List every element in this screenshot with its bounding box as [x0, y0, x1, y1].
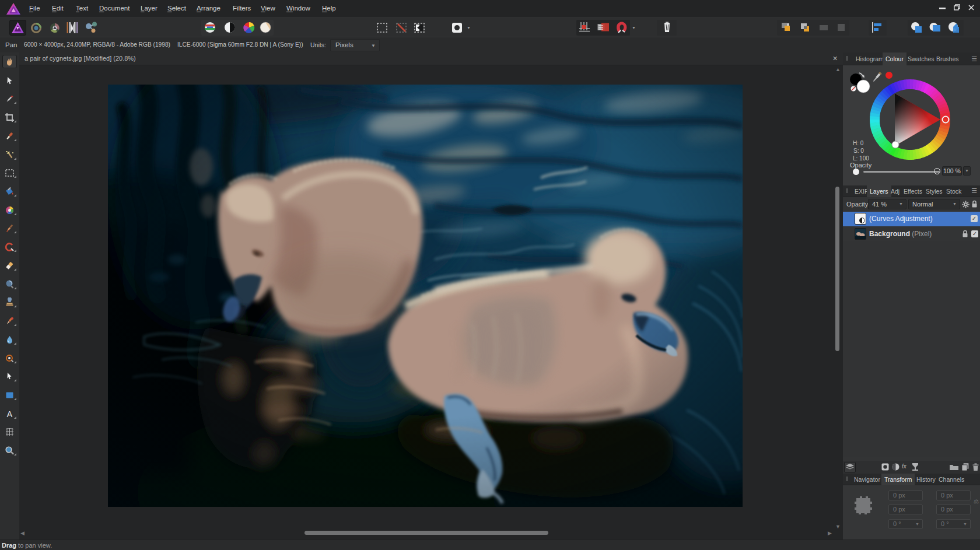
- svg-text:A: A: [7, 409, 13, 419]
